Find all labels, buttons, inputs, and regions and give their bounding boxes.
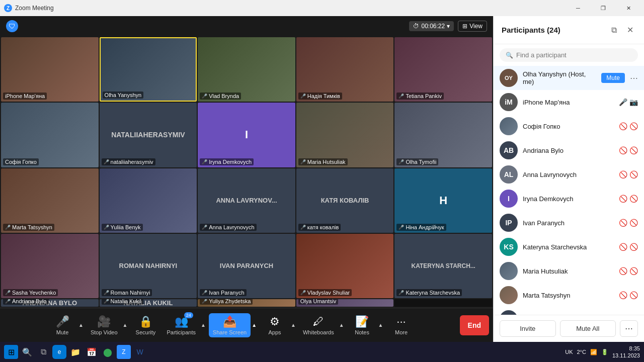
- video-cell-8[interactable]: I 🎤 Iryna Demkovych: [198, 103, 295, 167]
- mute-arrow[interactable]: ▲: [77, 322, 85, 328]
- video-cell-22[interactable]: Natalia Kukil 🎤 Natalia Kukil: [100, 299, 197, 307]
- apps-icon: ⚙: [270, 315, 280, 328]
- video-cell-3[interactable]: 🎤 Vlad Brynda: [198, 37, 295, 102]
- video-cell-13[interactable]: Anna Lavrynov... 🎤 Anna Lavrynovych: [198, 168, 295, 233]
- participant-item-host[interactable]: OY Olha Yanyshyn (Host, me) Mute ⋯: [494, 66, 644, 90]
- whiteboards-arrow[interactable]: ▲: [338, 322, 345, 328]
- video-cell-15[interactable]: H 🎤 Ніна Андрійчук: [394, 168, 492, 233]
- video-cell-17[interactable]: Roman Nahirnyi 🎤 Roman Nahirnyi: [100, 234, 197, 298]
- toolbar: 🎤 Mute ▲ 🎥 Stop Video ▲ 🔒: [0, 308, 493, 342]
- word-icon[interactable]: W: [133, 345, 147, 359]
- participant-icons: 🚫 🚫: [619, 170, 638, 178]
- video-grid: iPhone Мар'яна Olha Yanyshyn 🎤 Vlad Bryn…: [0, 36, 493, 308]
- whiteboards-button[interactable]: 🖊 Whiteboards: [299, 313, 338, 337]
- task-view-button[interactable]: ⧉: [36, 345, 50, 359]
- apps-button[interactable]: ⚙ Apps: [260, 313, 290, 337]
- mute-host-button[interactable]: Mute: [601, 73, 625, 83]
- taskbar-left: ⊞ 🔍 ⧉ e 📁 📅 ⬤ Z W: [4, 345, 147, 359]
- minimize-button[interactable]: ─: [567, 0, 590, 16]
- list-item[interactable]: iM iPhone Мар'яна 🎤 📷: [494, 90, 644, 114]
- stop-video-button[interactable]: 🎥 Stop Video: [87, 313, 122, 337]
- video-cell-2[interactable]: Olha Yanyshyn: [100, 37, 197, 102]
- video-cell-19[interactable]: 🎤 Vladyslav Shuliar: [296, 234, 394, 298]
- video-cell-23[interactable]: 🎤 Yuliya Zhydetska: [198, 299, 295, 307]
- list-item[interactable]: Софія Гопко 🚫 🚫: [494, 114, 644, 138]
- participant-count-badge: 24: [184, 312, 193, 318]
- video-cell-20[interactable]: Kateryna Starch... 🎤 Kateryna Starchevsk…: [394, 234, 492, 298]
- list-item[interactable]: AL Anna Lavrynovych 🚫 🚫: [494, 162, 644, 187]
- video-cell-11[interactable]: 🎤 Marta Tatsyshyn: [1, 168, 99, 233]
- maximize-button[interactable]: ❐: [592, 0, 615, 16]
- video-cell-24[interactable]: Olya Umantsiv: [296, 299, 394, 307]
- video-cell-5[interactable]: 🎤 Tetiana Pankiv: [394, 37, 492, 102]
- list-item[interactable]: I Iryna Demkovych 🚫 🚫: [494, 187, 644, 211]
- close-button[interactable]: ✕: [617, 0, 640, 16]
- video-cell-18[interactable]: Ivan Paranych 🎤 Ivan Paranych: [198, 234, 295, 298]
- edge-icon[interactable]: e: [52, 345, 66, 359]
- list-item[interactable]: NK Natalia Kukil 🚫 🚫: [494, 307, 644, 315]
- participants-arrow[interactable]: ▲: [200, 322, 207, 328]
- video-cell-16[interactable]: 🎤 Sasha Yevchenko: [1, 234, 99, 298]
- video-cell-1[interactable]: iPhone Мар'яна: [1, 37, 99, 102]
- participant-label-19: 🎤 Vladyslav Shuliar: [298, 289, 352, 296]
- share-arrow[interactable]: ▲: [251, 322, 258, 328]
- mute-btn-group: 🎤 Mute ▲: [47, 313, 85, 337]
- zoom-taskbar-icon[interactable]: Z: [117, 345, 131, 359]
- participants-button[interactable]: 👥 24 Participants: [163, 313, 199, 337]
- start-button[interactable]: ⊞: [4, 345, 18, 359]
- list-item[interactable]: IP Ivan Paranych 🚫 🚫: [494, 211, 644, 235]
- title-bar: Z Zoom Meeting ─ ❐ ✕: [0, 0, 644, 16]
- security-button[interactable]: 🔒 Security: [130, 313, 160, 337]
- panel-more-button[interactable]: ⋯: [620, 320, 638, 337]
- list-item[interactable]: KS Kateryna Starchevska 🚫 🚫: [494, 235, 644, 259]
- cam-muted-icon: 🚫: [629, 267, 638, 275]
- view-button[interactable]: ⊞ View: [458, 21, 487, 32]
- video-cell-4[interactable]: 🎤 Надія Тимків: [296, 37, 394, 102]
- participant-avatar: iM: [500, 93, 518, 111]
- participant-avatar: AL: [500, 165, 518, 184]
- chrome-icon[interactable]: ⬤: [101, 345, 115, 359]
- mic-muted-icon-15: 🎤: [398, 225, 404, 230]
- more-button[interactable]: ··· More: [386, 313, 417, 337]
- participant-name-2: Olha Yanyshyn: [105, 92, 142, 98]
- list-item[interactable]: Maria Hutsuliak 🚫 🚫: [494, 259, 644, 283]
- notes-arrow[interactable]: ▲: [377, 322, 384, 328]
- video-cell-6[interactable]: Софія Гопко: [1, 103, 99, 167]
- list-item[interactable]: AB Andriana Bylo 🚫 🚫: [494, 138, 644, 162]
- video-cell-10[interactable]: 🎤 Olha Tymofii: [394, 103, 492, 167]
- list-item[interactable]: Marta Tatsyshyn 🚫 🚫: [494, 283, 644, 307]
- notes-button[interactable]: 📝 Notes: [347, 313, 377, 337]
- invite-button[interactable]: Invite: [500, 320, 556, 337]
- mute-button[interactable]: 🎤 Mute: [47, 313, 77, 337]
- video-cell-14[interactable]: катя ковалів 🎤 катя ковалів: [296, 168, 394, 233]
- calendar-icon[interactable]: 📅: [85, 345, 99, 359]
- security-shield-icon: 🛡: [6, 20, 18, 32]
- app-icon: Z: [4, 4, 12, 12]
- file-explorer-icon[interactable]: 📁: [68, 345, 83, 359]
- participant-name: iPhone Мар'яна: [523, 99, 614, 106]
- mic-muted-icon-7: 🎤: [104, 159, 109, 164]
- mic-muted-icon: 🚫: [619, 195, 627, 203]
- video-arrow[interactable]: ▲: [122, 322, 129, 328]
- panel-popout-button[interactable]: ⧉: [608, 24, 620, 36]
- video-cell-7[interactable]: nataliiaherasymiv 🎤 nataliiaherasymiv: [100, 103, 197, 167]
- search-taskbar-button[interactable]: 🔍: [20, 345, 34, 359]
- participant-label-1: iPhone Мар'яна: [3, 93, 47, 100]
- mute-all-button[interactable]: Mute All: [560, 320, 616, 337]
- cam-muted-icon: 🚫: [629, 219, 638, 227]
- end-button[interactable]: End: [460, 315, 489, 335]
- participant-label-6: Софія Гопко: [3, 158, 39, 165]
- participant-label-7: 🎤 nataliiaherasymiv: [102, 158, 155, 165]
- mic-muted-icon-12: 🎤: [104, 225, 109, 230]
- apps-arrow[interactable]: ▲: [290, 322, 297, 328]
- video-cell-9[interactable]: 🎤 Maria Hutsuliak: [296, 103, 394, 167]
- mic-muted-icon-10: 🎤: [398, 159, 404, 164]
- share-screen-button[interactable]: 📤 Share Screen: [209, 313, 251, 337]
- search-input[interactable]: [516, 51, 632, 59]
- participant-name-23: Yuliya Zhydetska: [209, 299, 251, 304]
- panel-close-button[interactable]: ✕: [624, 24, 636, 36]
- notes-btn-group: 📝 Notes ▲: [347, 313, 384, 337]
- video-cell-21[interactable]: Andriana Bylo 🎤 Andriana Bylo: [1, 299, 99, 307]
- more-host-button[interactable]: ⋯: [630, 73, 638, 83]
- video-cell-12[interactable]: 🎤 Yuliia Benyk: [100, 168, 197, 233]
